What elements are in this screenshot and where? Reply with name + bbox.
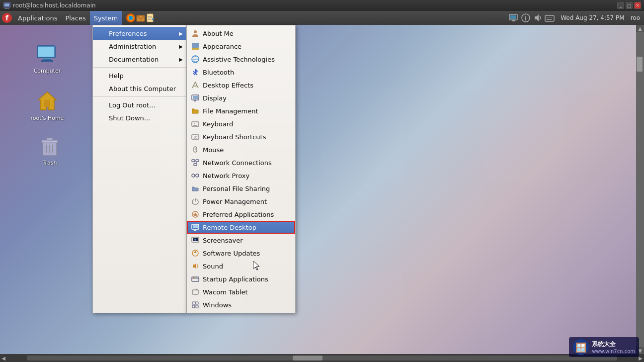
titlebar: root@localhost.localdomain _ □ ✕ <box>0 0 644 11</box>
watermark: 🪟 系统大全 www.win7cn.com <box>569 337 639 357</box>
keyboard-layout-icon[interactable] <box>545 13 555 23</box>
firefox-icon[interactable] <box>126 13 136 23</box>
menu-item-documentation[interactable]: Documentation ▶ <box>93 53 186 66</box>
svg-point-60 <box>192 174 195 177</box>
pref-mouse[interactable]: Mouse <box>187 143 295 156</box>
system-menu[interactable]: System <box>90 11 122 25</box>
svg-rect-45 <box>194 100 196 101</box>
menu-item-preferences[interactable]: Preferences ▶ <box>93 27 186 40</box>
titlebar-title: root@localhost.localdomain <box>13 2 617 9</box>
menu-item-shutdown[interactable]: Shut Down... <box>93 111 186 124</box>
about-icon <box>97 84 106 93</box>
svg-point-71 <box>194 239 196 241</box>
places-menu[interactable]: Places <box>61 11 89 25</box>
pref-about-me[interactable]: About Me <box>187 27 295 40</box>
h-scroll-track[interactable] <box>27 356 617 361</box>
pref-power[interactable]: Power Management <box>187 195 295 208</box>
computer-icon[interactable]: Computer <box>27 40 67 76</box>
pref-startup[interactable]: Startup Applications <box>187 272 295 285</box>
svg-text:i: i <box>525 15 527 22</box>
trash-label: Trash <box>42 160 57 166</box>
pref-bluetooth[interactable]: Bluetooth <box>187 66 295 79</box>
svg-rect-68 <box>193 227 197 227</box>
menu-item-about[interactable]: About this Computer <box>93 82 186 95</box>
maximize-button[interactable]: □ <box>626 2 633 9</box>
applications-menu[interactable]: Applications <box>14 11 61 25</box>
svg-point-7 <box>129 16 133 20</box>
pref-desktop-effects[interactable]: Desktop Effects <box>187 79 295 91</box>
keyboard-shortcuts-icon: ⌘ <box>191 132 200 141</box>
info-icon[interactable]: i <box>521 13 531 23</box>
pref-preferred-apps[interactable]: Preferred Applications <box>187 208 295 221</box>
pref-keyboard[interactable]: Keyboard <box>187 117 295 130</box>
svg-rect-82 <box>192 302 196 304</box>
logout-icon <box>97 100 106 109</box>
home-icon[interactable]: root's Home <box>27 87 67 123</box>
h-scroll-thumb[interactable] <box>293 356 322 361</box>
trash-icon[interactable]: Trash <box>30 132 70 168</box>
mail-icon[interactable] <box>136 13 146 23</box>
pref-file-management[interactable]: File Management <box>187 104 295 117</box>
fedora-logo[interactable]: f <box>0 11 14 25</box>
pref-network-proxy[interactable]: Network Proxy <box>187 169 295 182</box>
scroll-track[interactable] <box>636 32 644 347</box>
trash-icon-img <box>38 134 62 158</box>
svg-rect-85 <box>196 305 198 308</box>
scroll-thumb[interactable] <box>637 57 643 72</box>
close-button[interactable]: ✕ <box>634 2 641 9</box>
svg-rect-39 <box>192 48 199 50</box>
desktop: root@localhost.localdomain _ □ ✕ f Appli… <box>0 0 644 362</box>
menu-item-help[interactable]: Help <box>93 69 186 82</box>
scroll-left[interactable]: ◀ <box>0 355 7 362</box>
bottom-bar: ◀ ▶ <box>0 354 644 362</box>
panel-left: f Applications Places System <box>0 11 156 25</box>
svg-marker-73 <box>194 251 197 253</box>
svg-rect-44 <box>193 96 198 99</box>
pref-file-sharing[interactable]: Personal File Sharing <box>187 182 295 195</box>
file-management-icon <box>191 106 200 115</box>
pref-assistive[interactable]: Assistive Technologies <box>187 53 295 66</box>
pref-remote-desktop[interactable]: Remote Desktop <box>187 221 295 234</box>
scroll-up[interactable]: ▲ <box>637 25 644 32</box>
editor-icon[interactable] <box>146 13 156 23</box>
pref-screensaver[interactable]: Screensaver <box>187 234 295 247</box>
remote-desktop-icon <box>191 223 200 232</box>
startup-icon <box>191 274 200 283</box>
svg-point-78 <box>194 277 195 278</box>
pref-wacom[interactable]: Wacom Tablet <box>187 285 295 298</box>
pref-windows[interactable]: Windows <box>187 298 295 311</box>
pref-keyboard-shortcuts[interactable]: ⌘ Keyboard Shortcuts <box>187 130 295 143</box>
preferences-arrow: ▶ <box>179 31 183 36</box>
username-display: roo <box>631 14 640 21</box>
separator-2 <box>93 96 186 97</box>
svg-rect-30 <box>44 100 50 107</box>
pref-network-connections[interactable]: Network Connections <box>187 156 295 169</box>
pref-appearance[interactable]: Appearance <box>187 40 295 53</box>
pref-sound[interactable]: Sound <box>187 260 295 272</box>
software-updates-icon <box>191 249 200 258</box>
volume-icon[interactable] <box>533 13 543 23</box>
pref-display[interactable]: Display <box>187 91 295 104</box>
screen-icon[interactable] <box>509 13 519 23</box>
menu-item-administration[interactable]: Administration ▶ <box>93 40 186 53</box>
mouse-icon <box>191 145 200 154</box>
svg-text:f: f <box>5 14 9 22</box>
svg-rect-83 <box>196 302 198 304</box>
clock[interactable]: Wed Aug 27, 4:57 PM <box>557 14 628 21</box>
home-label: root's Home <box>31 115 64 121</box>
menu-item-logout[interactable]: Log Out root... <box>93 98 186 111</box>
administration-arrow: ▶ <box>179 44 183 49</box>
computer-icon-img <box>35 42 59 66</box>
right-scrollbar[interactable]: ▲ ▼ <box>636 25 644 354</box>
svg-rect-57 <box>194 164 197 166</box>
svg-point-61 <box>196 174 199 177</box>
separator-1 <box>93 67 186 68</box>
svg-marker-18 <box>535 14 539 21</box>
minimize-button[interactable]: _ <box>617 2 624 9</box>
svg-rect-84 <box>192 305 195 308</box>
svg-text:⌘: ⌘ <box>194 136 197 140</box>
pref-software-updates[interactable]: Software Updates <box>187 247 295 260</box>
preferences-icon <box>97 29 106 38</box>
administration-icon <box>97 42 106 51</box>
windows-icon <box>191 300 200 309</box>
